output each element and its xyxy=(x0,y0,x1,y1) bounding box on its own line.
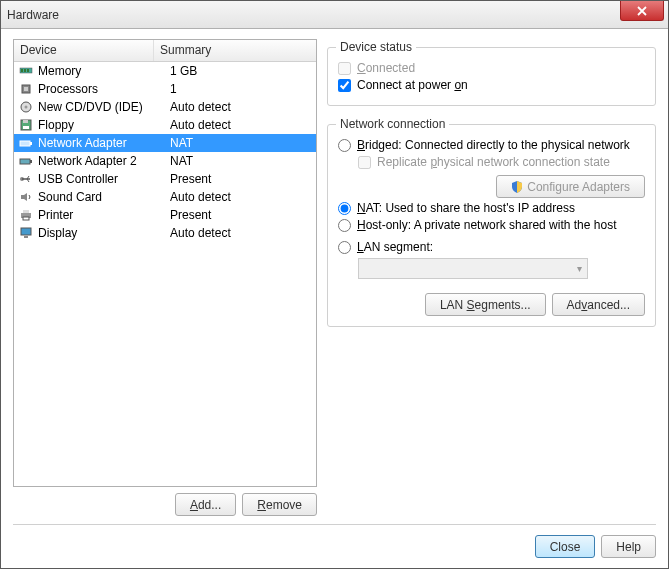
titlebar[interactable]: Hardware xyxy=(1,1,668,29)
svg-rect-11 xyxy=(20,141,30,146)
svg-rect-2 xyxy=(24,69,26,72)
hostonly-radio[interactable] xyxy=(338,219,351,232)
add-label: Add... xyxy=(190,498,221,512)
right-pane: Device status Connected Connect at power… xyxy=(327,39,656,516)
svg-rect-17 xyxy=(23,210,29,213)
network-connection-title: Network connection xyxy=(336,117,449,131)
device-name: Display xyxy=(38,226,170,240)
device-status-title: Device status xyxy=(336,40,416,54)
device-summary: Auto detect xyxy=(170,226,316,240)
replicate-row: Replicate physical network connection st… xyxy=(358,155,645,169)
lansegment-dropdown xyxy=(358,258,588,279)
hostonly-row[interactable]: Host-only: A private network shared with… xyxy=(338,218,645,232)
device-summary: 1 GB xyxy=(170,64,316,78)
svg-rect-18 xyxy=(23,217,29,220)
sound-icon xyxy=(18,190,34,204)
lansegment-label: LAN segment: xyxy=(357,240,433,254)
svg-rect-13 xyxy=(20,159,30,164)
connected-checkbox xyxy=(338,62,351,75)
device-row[interactable]: New CD/DVD (IDE)Auto detect xyxy=(14,98,316,116)
device-summary: NAT xyxy=(170,154,316,168)
window-title: Hardware xyxy=(7,8,59,22)
svg-rect-12 xyxy=(30,142,32,145)
device-row[interactable]: DisplayAuto detect xyxy=(14,224,316,242)
device-name: Sound Card xyxy=(38,190,170,204)
close-button[interactable]: Close xyxy=(535,535,596,558)
device-summary: NAT xyxy=(170,136,316,150)
svg-rect-9 xyxy=(23,120,28,123)
device-summary: 1 xyxy=(170,82,316,96)
svg-rect-14 xyxy=(30,160,32,163)
hostonly-label: Host-only: A private network shared with… xyxy=(357,218,616,232)
device-summary: Auto detect xyxy=(170,190,316,204)
add-button[interactable]: Add... xyxy=(175,493,236,516)
svg-rect-1 xyxy=(21,69,23,72)
remove-label: Remove xyxy=(257,498,302,512)
replicate-checkbox xyxy=(358,156,371,169)
device-row[interactable]: Network Adapter 2NAT xyxy=(14,152,316,170)
cpu-icon xyxy=(18,82,34,96)
device-list[interactable]: Device Summary Memory1 GBProcessors1New … xyxy=(13,39,317,487)
lansegment-row[interactable]: LAN segment: xyxy=(338,240,645,254)
memory-icon xyxy=(18,64,34,78)
svg-point-7 xyxy=(25,106,28,109)
device-name: New CD/DVD (IDE) xyxy=(38,100,170,114)
shield-icon xyxy=(511,181,523,193)
device-row[interactable]: Sound CardAuto detect xyxy=(14,188,316,206)
client-area: Device Summary Memory1 GBProcessors1New … xyxy=(1,29,668,568)
window-close-button[interactable] xyxy=(620,1,664,21)
connect-at-poweron-checkbox[interactable] xyxy=(338,79,351,92)
svg-rect-5 xyxy=(24,87,28,91)
dialog-footer: Close Help xyxy=(13,524,656,558)
connected-label: Connected xyxy=(357,61,415,75)
configure-adapters-label: Configure Adapters xyxy=(527,180,630,194)
svg-rect-20 xyxy=(24,236,28,238)
display-icon xyxy=(18,226,34,240)
column-header-summary[interactable]: Summary xyxy=(154,40,316,61)
device-name: Memory xyxy=(38,64,170,78)
nat-radio[interactable] xyxy=(338,202,351,215)
lansegment-radio[interactable] xyxy=(338,241,351,254)
device-summary: Present xyxy=(170,208,316,222)
connect-at-poweron-label: Connect at power on xyxy=(357,78,468,92)
device-row[interactable]: Memory1 GB xyxy=(14,62,316,80)
device-name: Network Adapter xyxy=(38,136,170,150)
device-row[interactable]: Network AdapterNAT xyxy=(14,134,316,152)
remove-button[interactable]: Remove xyxy=(242,493,317,516)
net-icon xyxy=(18,154,34,168)
connect-at-poweron-row[interactable]: Connect at power on xyxy=(338,78,645,92)
device-name: Network Adapter 2 xyxy=(38,154,170,168)
list-header: Device Summary xyxy=(14,40,316,62)
device-row[interactable]: FloppyAuto detect xyxy=(14,116,316,134)
lan-segments-label: LAN Segments... xyxy=(440,298,531,312)
device-row[interactable]: USB ControllerPresent xyxy=(14,170,316,188)
device-row[interactable]: PrinterPresent xyxy=(14,206,316,224)
close-icon xyxy=(637,6,647,16)
device-name: Printer xyxy=(38,208,170,222)
device-row[interactable]: Processors1 xyxy=(14,80,316,98)
help-button[interactable]: Help xyxy=(601,535,656,558)
connected-row: Connected xyxy=(338,61,645,75)
device-name: Processors xyxy=(38,82,170,96)
usb-icon xyxy=(18,172,34,186)
bridged-radio[interactable] xyxy=(338,139,351,152)
network-connection-group: Network connection Bridged: Connected di… xyxy=(327,124,656,327)
replicate-label: Replicate physical network connection st… xyxy=(377,155,610,169)
column-header-device[interactable]: Device xyxy=(14,40,154,61)
svg-rect-3 xyxy=(27,69,29,72)
device-summary: Auto detect xyxy=(170,118,316,132)
printer-icon xyxy=(18,208,34,222)
device-summary: Auto detect xyxy=(170,100,316,114)
hardware-dialog: Hardware Device Summary Memory1 GBProces… xyxy=(0,0,669,569)
svg-rect-10 xyxy=(23,126,29,129)
nat-label: NAT: Used to share the host's IP address xyxy=(357,201,575,215)
floppy-icon xyxy=(18,118,34,132)
svg-rect-19 xyxy=(21,228,31,235)
help-label: Help xyxy=(616,540,641,554)
left-pane: Device Summary Memory1 GBProcessors1New … xyxy=(13,39,317,516)
advanced-button[interactable]: Advanced... xyxy=(552,293,645,316)
nat-row[interactable]: NAT: Used to share the host's IP address xyxy=(338,201,645,215)
lan-segments-button[interactable]: LAN Segments... xyxy=(425,293,546,316)
bridged-row[interactable]: Bridged: Connected directly to the physi… xyxy=(338,138,645,152)
device-status-group: Device status Connected Connect at power… xyxy=(327,47,656,106)
